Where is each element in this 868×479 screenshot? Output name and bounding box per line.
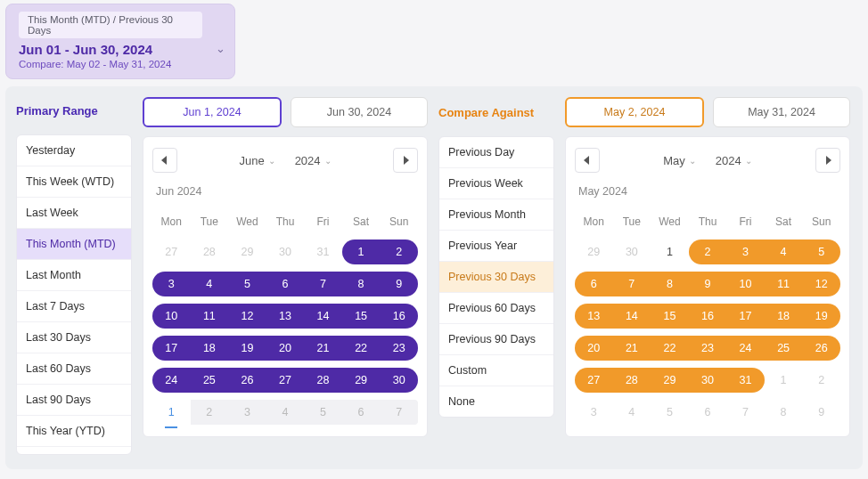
calendar-day[interactable]: 9 [689,272,727,296]
calendar-day[interactable]: 20 [266,336,305,361]
calendar-day[interactable]: 2 [380,240,418,264]
calendar-day[interactable]: 13 [575,304,613,329]
preset-item[interactable]: This Week (WTD) [17,166,131,198]
calendar-day[interactable]: 25 [191,368,229,393]
calendar-day[interactable]: 18 [765,304,803,329]
calendar-day[interactable]: 23 [689,336,727,361]
calendar-day[interactable]: 3 [228,400,266,425]
calendar-day[interactable]: 2 [689,240,727,264]
preset-item[interactable]: Last 30 Days [17,322,131,353]
preset-item[interactable]: Previous Month [439,199,553,231]
date-range-summary[interactable]: This Month (MTD) / Previous 30 Days Jun … [5,4,235,79]
calendar-day[interactable]: 19 [802,304,840,329]
compare-end-input[interactable]: May 31, 2024 [713,97,850,127]
calendar-day[interactable]: 29 [651,368,689,393]
calendar-day[interactable]: 2 [802,368,840,393]
calendar-day[interactable]: 31 [304,240,342,264]
calendar-day[interactable]: 13 [266,304,305,329]
preset-item[interactable]: Last 7 Days [17,291,131,322]
calendar-day[interactable]: 8 [651,272,689,296]
calendar-day[interactable]: 5 [651,400,689,425]
primary-end-input[interactable]: Jun 30, 2024 [291,97,428,127]
calendar-day[interactable]: 14 [304,304,342,329]
month-select[interactable]: May⌄ [656,154,703,167]
calendar-day[interactable]: 7 [304,272,342,296]
calendar-day[interactable]: 10 [152,304,191,329]
calendar-day[interactable]: 5 [228,272,266,296]
calendar-day[interactable]: 27 [266,368,305,393]
month-select[interactable]: June⌄ [232,154,282,167]
calendar-day[interactable]: 17 [726,304,765,329]
calendar-day[interactable]: 5 [802,240,840,264]
calendar-day[interactable]: 3 [575,400,613,425]
calendar-day[interactable]: 21 [613,336,651,361]
calendar-day[interactable]: 2 [191,400,229,425]
preset-item[interactable]: Previous 90 Days [439,324,553,355]
calendar-day[interactable]: 3 [726,240,765,264]
calendar-day[interactable]: 11 [765,272,803,296]
calendar-day[interactable]: 19 [228,336,266,361]
calendar-day[interactable]: 3 [152,272,191,296]
calendar-day[interactable]: 9 [802,400,840,425]
calendar-day[interactable]: 26 [802,336,840,361]
calendar-day[interactable]: 28 [613,368,651,393]
calendar-day[interactable]: 4 [266,400,305,425]
preset-item[interactable]: Previous Week [439,168,553,199]
calendar-day[interactable]: 7 [380,400,418,425]
calendar-day[interactable]: 18 [191,336,229,361]
calendar-day[interactable]: 27 [152,240,191,264]
preset-item[interactable]: Previous Year [439,231,553,262]
calendar-day[interactable]: 4 [613,400,651,425]
calendar-day[interactable]: 7 [726,400,765,425]
calendar-day[interactable]: 14 [613,304,651,329]
calendar-day[interactable]: 10 [726,272,765,296]
calendar-day[interactable]: 27 [575,368,613,393]
calendar-day[interactable]: 26 [228,368,266,393]
calendar-day[interactable]: 6 [689,400,727,425]
calendar-day[interactable]: 17 [152,336,191,361]
calendar-day[interactable]: 7 [613,272,651,296]
calendar-day[interactable]: 20 [575,336,613,361]
calendar-day[interactable]: 22 [342,336,381,361]
calendar-day[interactable]: 11 [191,304,229,329]
calendar-day[interactable]: 24 [726,336,765,361]
calendar-day[interactable]: 24 [152,368,191,393]
next-month-button[interactable] [815,148,840,173]
calendar-day[interactable]: 23 [380,336,418,361]
calendar-day[interactable]: 30 [613,240,651,264]
calendar-day[interactable]: 21 [304,336,342,361]
calendar-day[interactable]: 30 [380,368,418,393]
prev-month-button[interactable] [575,148,600,173]
preset-item[interactable]: Previous 60 Days [439,293,553,324]
calendar-day[interactable]: 15 [342,304,381,329]
primary-start-input[interactable]: Jun 1, 2024 [143,97,282,127]
preset-item[interactable]: This Month (MTD) [17,229,131,260]
preset-item[interactable]: None [439,386,553,417]
calendar-day[interactable]: 15 [651,304,689,329]
calendar-day[interactable]: 16 [689,304,727,329]
calendar-day[interactable]: 1 [651,240,689,264]
calendar-day[interactable]: 28 [191,240,229,264]
calendar-day[interactable]: 8 [765,400,803,425]
preset-item[interactable]: Custom [439,355,553,386]
year-select[interactable]: 2024⌄ [288,154,339,167]
calendar-day[interactable]: 1 [765,368,803,393]
calendar-day[interactable]: 31 [726,368,765,393]
preset-item[interactable]: Previous 30 Days [439,262,553,293]
calendar-day[interactable]: 9 [380,272,418,296]
calendar-day[interactable]: 30 [266,240,305,264]
preset-item[interactable]: Last 90 Days [17,385,131,416]
preset-item[interactable]: Custom [17,447,131,455]
preset-item[interactable]: This Year (YTD) [17,416,131,447]
calendar-day[interactable]: 30 [689,368,727,393]
next-month-button[interactable] [393,148,418,173]
calendar-day[interactable]: 29 [342,368,381,393]
calendar-day[interactable]: 6 [342,400,381,425]
calendar-day[interactable]: 12 [228,304,266,329]
calendar-day[interactable]: 8 [342,272,381,296]
year-select[interactable]: 2024⌄ [708,154,759,167]
preset-item[interactable]: Last Week [17,198,131,229]
preset-item[interactable]: Previous Day [439,137,553,168]
preset-item[interactable]: Yesterday [17,135,131,166]
calendar-day[interactable]: 1 [152,400,191,425]
